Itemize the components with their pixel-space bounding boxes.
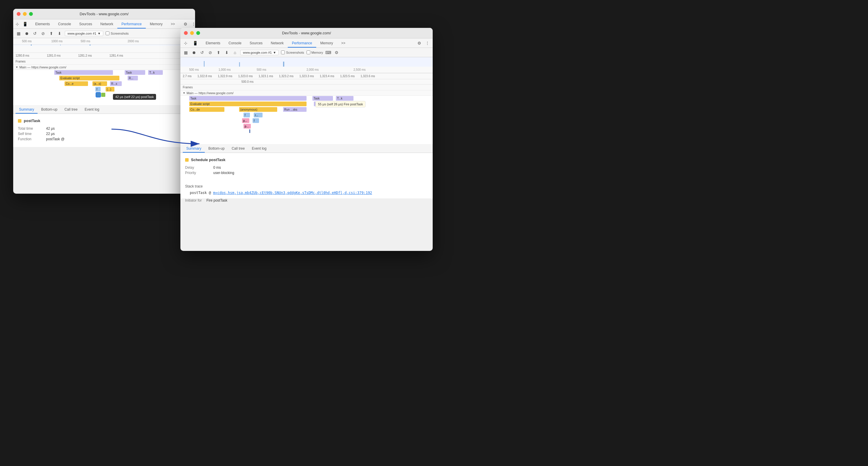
task-block-w2-2[interactable]: Task: [312, 96, 333, 101]
settings-icon-2[interactable]: ⚙: [416, 40, 422, 46]
tab-more-2[interactable]: >>: [337, 39, 349, 48]
code-block-w2[interactable]: Co...de: [189, 107, 224, 112]
flame-chart-2[interactable]: Task Task T...k Evaluate script Fi...k R…: [180, 96, 433, 144]
record-icon-2[interactable]: ⏺: [191, 50, 197, 55]
minimize-button-1[interactable]: [23, 12, 27, 16]
url-dropdown-icon-1[interactable]: ▼: [97, 32, 101, 35]
window-controls-1: [17, 12, 33, 16]
f2-block-w2[interactable]: f: [253, 118, 259, 123]
ru-block-w2[interactable]: Ru...s: [330, 101, 341, 106]
mini-overview-1[interactable]: 500 ms 1000 ms 500 ms 2000 ms: [13, 38, 195, 53]
cursor-icon[interactable]: ⊹: [16, 21, 19, 27]
maximize-button-2[interactable]: [196, 31, 200, 35]
panel-tab-calltree-2[interactable]: Call tree: [228, 145, 248, 153]
tab-elements-2[interactable]: Elements: [202, 39, 224, 48]
fk-block-w2[interactable]: F...k: [342, 101, 354, 106]
mini-overview-2[interactable]: CPU NET 500 ms 1,000 ms 500 ms 2,000 ms …: [180, 57, 433, 74]
mobile-icon-2[interactable]: 📱: [192, 40, 198, 46]
flame-row-f-1: f (...): [13, 87, 195, 92]
anon-block-w2[interactable]: (anonymous): [239, 107, 277, 112]
upload-icon-2[interactable]: ⬆: [216, 50, 221, 55]
task-block-3[interactable]: T...k: [148, 70, 163, 75]
frames-row-2: Frames: [180, 85, 433, 90]
tab-sources-2[interactable]: Sources: [246, 39, 267, 48]
flame-row-code-1: Co...e (a...s) R...s: [13, 81, 195, 86]
run-block-1[interactable]: R...: [128, 76, 138, 80]
home-icon-2[interactable]: ⌂: [232, 50, 238, 55]
upload-icon-1[interactable]: ⬆: [49, 31, 54, 36]
close-button-1[interactable]: [17, 12, 21, 16]
evaluate-block-w2[interactable]: Evaluate script: [189, 101, 307, 106]
runs-block-1[interactable]: R...s: [110, 81, 122, 86]
stack-trace-link[interactable]: m=cdos,hsm,jsa,mb4ZUb,cEt90b,SNUn3,qddgK…: [213, 191, 372, 195]
r-block-w2[interactable]: r...: [254, 113, 262, 117]
p-block-w2-2[interactable]: p...: [244, 124, 251, 128]
tab-more-1[interactable]: >>: [166, 20, 179, 28]
panel-tab-bottomup-1[interactable]: Bottom-up: [37, 106, 61, 114]
screenshots-check-1[interactable]: [105, 31, 110, 35]
task-block-w2-1[interactable]: Task: [189, 96, 307, 101]
code-block-1[interactable]: Co...e: [65, 81, 88, 86]
clear-icon-2[interactable]: ⊘: [207, 50, 213, 55]
keyboard-icon-2[interactable]: ⌨: [325, 50, 331, 55]
window-title-2: DevTools - www.google.com/: [282, 31, 331, 35]
task-block-1[interactable]: Task: [54, 70, 113, 75]
settings2-icon-2[interactable]: ⚙: [334, 50, 339, 55]
settings-icon-1[interactable]: ⚙: [182, 21, 188, 27]
summary-priority-row: Priority user-blocking: [185, 171, 428, 175]
panel-tab-eventlog-2[interactable]: Event log: [248, 145, 270, 153]
panel-tab-eventlog-1[interactable]: Event log: [81, 106, 103, 114]
panel-icon-1[interactable]: ▦: [16, 31, 22, 36]
tab-console-2[interactable]: Console: [224, 39, 246, 48]
run-sks-block-w2[interactable]: Run ...sks: [283, 107, 307, 112]
panel-tab-summary-2[interactable]: Summary: [183, 145, 205, 153]
fi-block-w2[interactable]: Fi...k: [314, 101, 329, 106]
tab-elements-1[interactable]: Elements: [31, 20, 54, 28]
summary-panel-1: postTask Total time 42 μs Self time 22 μ…: [13, 114, 195, 147]
screenshots-checkbox-2[interactable]: Screenshots: [281, 51, 304, 54]
tab-memory-2[interactable]: Memory: [316, 39, 337, 48]
cursor-icon-2[interactable]: ⊹: [183, 40, 189, 46]
url-dropdown-icon-2[interactable]: ▼: [273, 51, 276, 54]
p-block-w2-1[interactable]: p...: [242, 118, 249, 123]
tab-console-1[interactable]: Console: [54, 20, 75, 28]
memory-checkbox-2[interactable]: Memory: [307, 51, 323, 54]
evaluate-block-1[interactable]: Evaluate script: [59, 76, 119, 80]
task-block-w2-3[interactable]: T...k: [336, 96, 353, 101]
tab-sources-1[interactable]: Sources: [75, 20, 96, 28]
record-icon-1[interactable]: ⏺: [24, 31, 30, 36]
minimize-button-2[interactable]: [190, 31, 194, 35]
panel-tab-calltree-1[interactable]: Call tree: [61, 106, 81, 114]
memory-check-2[interactable]: [307, 51, 310, 54]
screenshots-checkbox-1[interactable]: Screenshots: [105, 31, 128, 35]
panel-icon-2[interactable]: ▦: [183, 50, 189, 55]
dots-block-1[interactable]: (...): [105, 87, 115, 92]
small-indicator-w2: [249, 129, 250, 133]
tab-network-2[interactable]: Network: [267, 39, 288, 48]
summary-color-1: [18, 119, 22, 123]
f-block-1[interactable]: f: [95, 87, 101, 92]
screenshots-check-2[interactable]: [281, 51, 285, 54]
download-icon-1[interactable]: ⬇: [57, 31, 62, 36]
green-block-1[interactable]: [101, 93, 105, 97]
download-icon-2[interactable]: ⬇: [224, 50, 230, 55]
close-button-2[interactable]: [184, 31, 188, 35]
f-block-w2[interactable]: f: [244, 113, 250, 117]
selected-block-1[interactable]: [96, 93, 100, 97]
panel-tab-summary-1[interactable]: Summary: [16, 106, 37, 114]
clear-icon-1[interactable]: ⊘: [40, 31, 46, 36]
tab-network-1[interactable]: Network: [96, 20, 117, 28]
tab-performance-1[interactable]: Performance: [117, 20, 146, 28]
more-icon-1[interactable]: ⋮: [191, 21, 195, 27]
anon-block-1[interactable]: (a...s): [92, 81, 107, 86]
panel-tab-bottomup-2[interactable]: Bottom-up: [205, 145, 228, 153]
refresh-icon-1[interactable]: ↺: [32, 31, 38, 36]
tab-performance-2[interactable]: Performance: [288, 39, 316, 48]
flame-chart-1[interactable]: Task Task T...k Evaluate script R... Co.…: [13, 70, 195, 105]
task-block-2[interactable]: Task: [125, 70, 145, 75]
tab-memory-1[interactable]: Memory: [146, 20, 166, 28]
mobile-icon[interactable]: 📱: [23, 21, 28, 27]
more-icon-2[interactable]: ⋮: [425, 40, 430, 46]
maximize-button-1[interactable]: [29, 12, 33, 16]
refresh-icon-2[interactable]: ↺: [199, 50, 205, 55]
